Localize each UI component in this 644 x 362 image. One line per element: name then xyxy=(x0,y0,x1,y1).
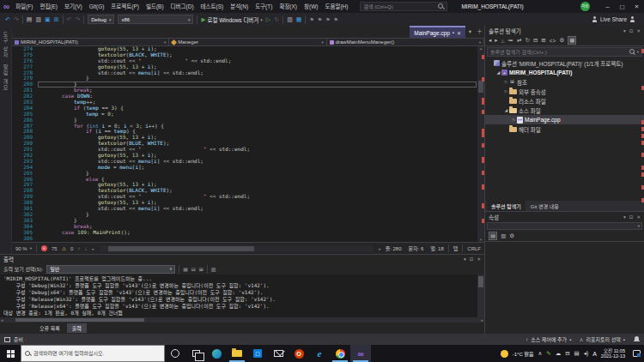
pin-icon[interactable]: ⊡ xyxy=(629,28,634,33)
weather-sun-icon[interactable] xyxy=(501,350,508,358)
close-panel-icon[interactable]: ✕ xyxy=(636,28,641,33)
back-icon[interactable]: ◂ xyxy=(489,37,491,44)
toggle-autoscroll-icon[interactable]: ▥ xyxy=(211,266,216,272)
navigate-forward-icon[interactable]: ↷ xyxy=(14,13,19,26)
close-panel-icon[interactable]: ✕ xyxy=(636,214,641,220)
scroll-up-icon[interactable]: ▲ xyxy=(477,46,484,51)
next-bookmark-icon[interactable]: ⚑ xyxy=(325,16,330,22)
keep-open-icon[interactable]: ▪ xyxy=(453,30,454,35)
expand-arrow-icon[interactable]: ▷ xyxy=(503,89,509,94)
code-line[interactable]: 291std::cout << " " << std::endl; xyxy=(12,147,484,153)
hidden-icons-chevron-icon[interactable]: ∧ xyxy=(538,350,542,357)
pin-icon[interactable]: ⊡ xyxy=(470,256,474,262)
menu-item[interactable]: Git(G) xyxy=(86,0,108,13)
tree-item[interactable]: ▷참조 xyxy=(485,77,644,87)
output-vscrollbar[interactable] xyxy=(477,275,484,317)
collapse-all-icon[interactable]: ⊟ xyxy=(533,37,538,44)
undo-icon[interactable]: ↶ xyxy=(67,13,72,26)
home-icon[interactable]: ⌂ xyxy=(501,38,505,44)
ime-language-indicator[interactable]: A xyxy=(592,351,597,357)
eol-mode[interactable]: CRLF xyxy=(467,246,481,251)
menu-item[interactable]: 편집(E) xyxy=(36,0,61,13)
chrome-button[interactable] xyxy=(330,345,350,362)
taskbar-search-box[interactable] xyxy=(21,345,165,362)
sync-with-active-document-icon[interactable]: ⇄ xyxy=(517,37,521,44)
visual-studio-button[interactable]: ∞ xyxy=(350,345,371,362)
code-line[interactable]: 274gotoxy(55, 13 + i); xyxy=(12,46,484,52)
window-position-chevron-icon[interactable]: ▾ xyxy=(623,214,626,220)
quick-search-box[interactable] xyxy=(360,2,447,11)
categorized-icon[interactable]: ▤ xyxy=(489,232,497,240)
find-in-files-icon[interactable]: ▥ xyxy=(287,13,293,26)
start-debugging-button[interactable]: ▶ 로컬 Windows 디버거 ▾ xyxy=(201,15,262,24)
error-count[interactable]: 75 xyxy=(52,246,58,251)
tree-item[interactable]: 리소스 파일 xyxy=(485,96,644,106)
code-line[interactable]: 300gotoxy(55, 13 + i); xyxy=(12,200,484,206)
office-button[interactable]: O xyxy=(289,345,309,362)
onedrive-cloud-icon[interactable]: ☁ xyxy=(556,350,562,357)
code-line[interactable]: 292gotoxy(55, 13 + i); xyxy=(12,153,484,159)
word-wrap-icon[interactable]: ⊞ xyxy=(199,266,204,272)
select-repository-button[interactable]: Y 리포지토리 선택 ▴ xyxy=(580,335,625,343)
user-avatar[interactable]: 미림 xyxy=(580,2,590,11)
code-line[interactable]: 285temp = 0; xyxy=(12,112,484,118)
pending-changes-filter-icon[interactable]: ⊞ xyxy=(541,37,545,44)
code-line[interactable]: 279} xyxy=(12,75,484,81)
side-tab[interactable]: 알림 개요 xyxy=(2,64,9,91)
close-button[interactable]: ✕ xyxy=(629,0,644,13)
editor-hscrollbar[interactable] xyxy=(100,245,373,252)
notifications-bell-icon[interactable] xyxy=(634,336,640,343)
device-tray-icon[interactable]: ⊟ xyxy=(565,350,569,357)
menu-item[interactable]: 도움말(H) xyxy=(321,0,351,13)
side-tab[interactable]: 도구 상자 xyxy=(2,32,9,58)
scroll-left-icon[interactable]: ◂ xyxy=(91,246,94,251)
clear-bookmarks-icon[interactable]: ⚑ xyxy=(334,16,338,22)
property-pages-icon[interactable]: ⚙ xyxy=(509,232,514,239)
prev-issue-icon[interactable]: ↑ xyxy=(77,246,80,251)
indent-mode[interactable]: 탭 xyxy=(453,244,459,252)
search-options-chevron-icon[interactable]: ▾ xyxy=(637,50,639,54)
clear-output-icon[interactable]: ⊟ xyxy=(191,266,196,272)
pin-icon[interactable]: ⊡ xyxy=(629,214,634,220)
start-button[interactable] xyxy=(0,345,21,362)
edge-button[interactable] xyxy=(206,345,227,362)
scroll-right-icon[interactable]: ▸ xyxy=(379,246,381,251)
expand-arrow-icon[interactable]: ◢ xyxy=(503,108,509,112)
output-hscrollbar[interactable]: ◂ ▸ xyxy=(0,317,484,323)
expand-arrow-icon[interactable]: ▷ xyxy=(503,80,509,84)
right-panel-tab[interactable]: Git 변경 내용 xyxy=(526,201,563,211)
menu-item[interactable]: 창(W) xyxy=(301,0,321,13)
tree-item[interactable]: ▷외부 종속성 xyxy=(485,87,644,96)
output-content[interactable]: 'MIRIM_HOSPITAL(PATI)' 프로젝트를 업그레이드하는 중..… xyxy=(0,275,484,317)
maximize-button[interactable]: ▢ xyxy=(615,0,629,13)
minimize-button[interactable]: ─ xyxy=(600,0,615,13)
properties-icon[interactable]: ⚙ xyxy=(559,37,564,44)
output-view-dropdown[interactable]: 일반▾ xyxy=(46,265,175,274)
code-line[interactable]: 296else { xyxy=(12,177,484,183)
code-line[interactable]: 277gotoxy(55, 13 + i); xyxy=(12,64,484,70)
tab-list-chevron-icon[interactable]: ▾ xyxy=(465,26,475,38)
solution-search-input[interactable] xyxy=(490,50,628,55)
goto-message-icon[interactable]: ▤ xyxy=(183,266,188,272)
window-position-chevron-icon[interactable]: ▾ xyxy=(464,256,466,262)
tree-item[interactable]: 솔루션 'MIRIM_HOSPITAL(PATI)' (1/1개 프로젝트) xyxy=(485,58,644,68)
panel-tab[interactable]: 오류 목록 xyxy=(34,323,65,333)
code-area[interactable]: 274gotoxy(55, 13 + i);275textcolor(BLACK… xyxy=(12,46,484,242)
quick-search-input[interactable] xyxy=(363,4,438,9)
navigate-back-icon[interactable]: ↶ xyxy=(5,13,10,26)
breadcrumb-segment[interactable]: drawMainMenuManeger()▾ xyxy=(327,39,484,45)
new-tab-icon[interactable]: ＋ xyxy=(475,26,484,38)
task-view-button[interactable] xyxy=(185,345,206,362)
code-line[interactable]: 305case 109: MainPrint(); xyxy=(12,230,484,236)
code-line[interactable]: 293std::cout << menu[i] << std::endl; xyxy=(12,159,484,165)
tree-item[interactable]: 헤더 파일 xyxy=(485,124,644,134)
alphabetical-icon[interactable]: ▥ xyxy=(501,232,506,239)
menu-item[interactable]: 확장(X) xyxy=(276,0,301,13)
save-icon[interactable]: ▣ xyxy=(45,13,51,26)
taskbar-search-input[interactable] xyxy=(33,351,161,356)
menu-item[interactable]: 분석(N) xyxy=(227,0,252,13)
code-line[interactable]: 278std::cout << menu[i] << std::endl; xyxy=(12,70,484,76)
expand-arrow-icon[interactable]: ◢ xyxy=(495,70,501,75)
document-tab[interactable]: MainPage.cpp ▪ ✕ xyxy=(410,26,465,38)
new-file-icon[interactable]: ▤ xyxy=(27,13,33,26)
